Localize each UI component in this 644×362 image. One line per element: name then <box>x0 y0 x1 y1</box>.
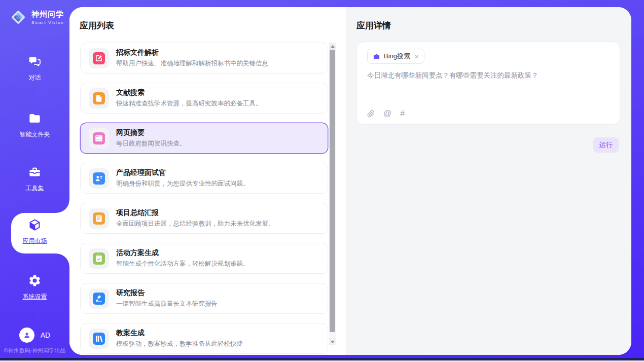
toolbox-icon <box>28 165 42 179</box>
scrollbar-thumb[interactable] <box>330 50 335 332</box>
app-detail-title: 应用详情 <box>356 20 391 31</box>
app-card[interactable]: 活动方案生成 智能生成个性化活动方案，轻松解决规划难题。 <box>80 243 328 274</box>
svg-text:</>: </> <box>96 137 102 140</box>
sidebar-item-label: 应用市场 <box>0 237 69 245</box>
attachment-toolbar: @ # <box>367 110 405 118</box>
app-card[interactable]: 产品经理面试官 明确身份和职责，为您提供专业性的面试问题。 <box>80 163 328 194</box>
user-icon <box>22 331 31 340</box>
books-icon <box>93 333 105 345</box>
briefcase-icon <box>373 53 380 60</box>
sidebar-item-settings[interactable]: 系统设置 <box>0 274 69 301</box>
scrollbar-down-arrow[interactable] <box>329 338 336 345</box>
tool-tag-label: Bing搜索 <box>384 52 410 61</box>
app-title: 活动方案生成 <box>116 248 249 258</box>
book-icon <box>93 92 105 104</box>
sidebar-item-label: 系统设置 <box>0 293 69 301</box>
sidebar-item-toolset[interactable]: 工具集 <box>0 165 69 193</box>
user-account[interactable]: AD <box>0 328 69 343</box>
tool-tag-bing-search[interactable]: Bing搜索 × <box>367 49 424 64</box>
app-list-panel: 应用列表 招标文件解析 帮助用户快速、准确地理解和解析招标书中的关键信息 文献搜… <box>69 7 346 355</box>
list-scrollbar[interactable] <box>329 43 336 345</box>
brand-name: 神州问学 <box>31 10 64 19</box>
sidebar-item-label: 智能文件夹 <box>0 130 69 139</box>
gear-icon <box>28 274 42 287</box>
app-desc: 快速精准查找学术资源，提高研究效率的必备工具。 <box>116 99 262 108</box>
app-card[interactable]: 招标文件解析 帮助用户快速、准确地理解和解析招标书中的关键信息 <box>80 43 328 74</box>
paperclip-icon[interactable] <box>367 110 375 118</box>
hash-icon[interactable]: # <box>400 110 405 118</box>
sidebar: 神州问学 Smart Vision 对话 智能文件夹 工具集 应用市场 <box>0 0 69 355</box>
cube-icon <box>28 218 42 232</box>
avatar <box>19 328 34 343</box>
research-icon <box>93 293 105 305</box>
interview-icon <box>93 172 105 185</box>
folder-icon <box>28 112 42 125</box>
app-desc: 明确身份和职责，为您提供专业性的面试问题。 <box>116 179 249 188</box>
user-name: AD <box>41 331 50 339</box>
app-desc: 每日政府新闻资讯快查。 <box>116 139 186 148</box>
app-title: 产品经理面试官 <box>116 168 249 177</box>
browser-icon: </> <box>93 132 105 144</box>
app-card-list: 招标文件解析 帮助用户快速、准确地理解和解析招标书中的关键信息 文献搜索 快速精… <box>80 43 328 355</box>
app-detail-panel: 应用详情 Bing搜索 × 今日湖北有哪些新闻要点？有哪些需要关注的最新政策？ … <box>346 7 631 355</box>
diamond-logo-icon <box>9 8 27 26</box>
app-card[interactable]: </> 网页摘要 每日政府新闻资讯快查。 <box>80 123 328 154</box>
app-card[interactable]: 教案生成 模板驱动，教案秒成，教学准备从此轻松快捷 <box>80 323 328 354</box>
main-content: 应用列表 招标文件解析 帮助用户快速、准确地理解和解析招标书中的关键信息 文献搜… <box>69 7 631 355</box>
sidebar-item-app-market[interactable]: 应用市场 <box>0 218 69 245</box>
prompt-input[interactable]: 今日湖北有哪些新闻要点？有哪些需要关注的最新政策？ <box>367 70 610 81</box>
prompt-card: Bing搜索 × 今日湖北有哪些新闻要点？有哪些需要关注的最新政策？ @ # <box>356 42 620 125</box>
sidebar-item-label: 对话 <box>0 74 69 82</box>
app-title: 项目总结汇报 <box>116 208 275 218</box>
scrollbar-up-arrow[interactable] <box>329 43 336 50</box>
clipboard-icon <box>93 252 105 265</box>
copyright-footer: ©神州数码·神州问学出品 <box>0 347 69 354</box>
app-title: 研究报告 <box>116 288 218 298</box>
chat-icon <box>28 55 42 68</box>
note-icon <box>93 212 105 225</box>
app-desc: 智能生成个性化活动方案，轻松解决规划难题。 <box>116 260 249 268</box>
app-title: 教案生成 <box>116 329 243 338</box>
sidebar-item-smart-folder[interactable]: 智能文件夹 <box>0 112 69 139</box>
app-title: 文献搜索 <box>116 88 262 97</box>
run-button[interactable]: 运行 <box>593 137 619 153</box>
app-card[interactable]: 项目总结汇报 全面回顾项目进展，总结经验教训，助力未来优化发展。 <box>80 203 328 234</box>
edit-icon <box>93 52 105 64</box>
at-icon[interactable]: @ <box>383 110 391 118</box>
app-desc: 全面回顾项目进展，总结经验教训，助力未来优化发展。 <box>116 220 275 228</box>
sidebar-item-chat[interactable]: 对话 <box>0 55 69 82</box>
app-title: 招标文件解析 <box>116 48 268 57</box>
app-card[interactable]: 研究报告 一键智能生成高质量长文本研究报告 <box>80 283 328 314</box>
brand-logo: 神州问学 Smart Vision <box>9 8 64 26</box>
app-title: 网页摘要 <box>116 128 186 137</box>
close-icon[interactable]: × <box>415 53 419 60</box>
brand-subtitle: Smart Vision <box>31 20 64 25</box>
app-list-title: 应用列表 <box>80 20 114 31</box>
app-desc: 一键智能生成高质量长文本研究报告 <box>116 300 218 308</box>
sidebar-item-label: 工具集 <box>0 184 69 193</box>
app-card[interactable]: 文献搜索 快速精准查找学术资源，提高研究效率的必备工具。 <box>80 83 328 114</box>
app-desc: 帮助用户快速、准确地理解和解析招标书中的关键信息 <box>116 59 268 68</box>
app-desc: 模板驱动，教案秒成，教学准备从此轻松快捷 <box>116 340 243 348</box>
